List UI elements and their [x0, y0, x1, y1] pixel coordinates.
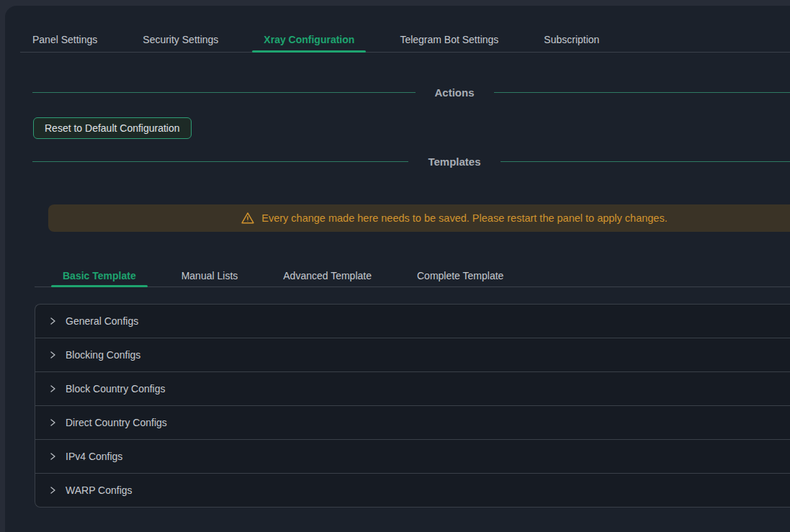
templates-heading: Templates: [408, 155, 500, 168]
tab-xray-configuration[interactable]: Xray Configuration: [264, 27, 354, 52]
accordion-item-warp-configs[interactable]: WARP Configs: [35, 474, 790, 507]
tab-telegram-bot-settings[interactable]: Telegram Bot Settings: [400, 27, 498, 52]
settings-card: Panel Settings Security Settings Xray Co…: [5, 6, 790, 532]
accordion-item-label: WARP Configs: [66, 484, 133, 496]
accordion-item-blocking-configs[interactable]: Blocking Configs: [35, 338, 790, 372]
accordion-item-label: Direct Country Configs: [66, 417, 167, 428]
tab-complete-template[interactable]: Complete Template: [417, 265, 503, 287]
templates-divider: Templates: [32, 155, 790, 168]
accordion-item-general-configs[interactable]: General Configs: [35, 305, 790, 338]
chevron-right-icon: [48, 384, 57, 393]
tab-subscription[interactable]: Subscription: [544, 27, 599, 52]
accordion-item-label: Blocking Configs: [66, 349, 140, 361]
warning-message: Every change made here needs to be saved…: [261, 212, 667, 224]
template-tabbar: Basic Template Manual Lists Advanced Tem…: [35, 265, 790, 287]
tab-advanced-template[interactable]: Advanced Template: [283, 265, 372, 287]
restart-warning-banner: Every change made here needs to be saved…: [48, 204, 790, 232]
reset-default-configuration-button[interactable]: Reset to Default Configuration: [33, 117, 192, 139]
chevron-right-icon: [48, 317, 57, 325]
actions-divider: Actions: [32, 86, 790, 99]
settings-tabbar: Panel Settings Security Settings Xray Co…: [20, 27, 790, 53]
chevron-right-icon: [48, 351, 57, 359]
configs-accordion: General Configs Blocking Configs Block C…: [35, 304, 790, 508]
chevron-right-icon: [48, 452, 57, 461]
accordion-item-label: Block Country Configs: [66, 383, 166, 395]
divider-line: [494, 92, 790, 93]
accordion-item-label: General Configs: [66, 315, 138, 327]
chevron-right-icon: [48, 418, 57, 427]
warning-triangle-icon: [241, 211, 255, 225]
chevron-right-icon: [48, 486, 57, 495]
tab-manual-lists[interactable]: Manual Lists: [181, 265, 238, 287]
divider-line: [32, 92, 416, 93]
actions-heading: Actions: [416, 86, 494, 99]
accordion-item-direct-country-configs[interactable]: Direct Country Configs: [35, 406, 790, 440]
tab-basic-template[interactable]: Basic Template: [63, 265, 136, 287]
tab-panel-settings[interactable]: Panel Settings: [32, 27, 97, 52]
accordion-item-block-country-configs[interactable]: Block Country Configs: [35, 372, 790, 406]
accordion-item-ipv4-configs[interactable]: IPv4 Configs: [35, 440, 790, 474]
tab-security-settings[interactable]: Security Settings: [143, 27, 218, 52]
accordion-item-label: IPv4 Configs: [66, 451, 122, 462]
divider-line: [501, 161, 790, 162]
divider-line: [32, 161, 408, 162]
